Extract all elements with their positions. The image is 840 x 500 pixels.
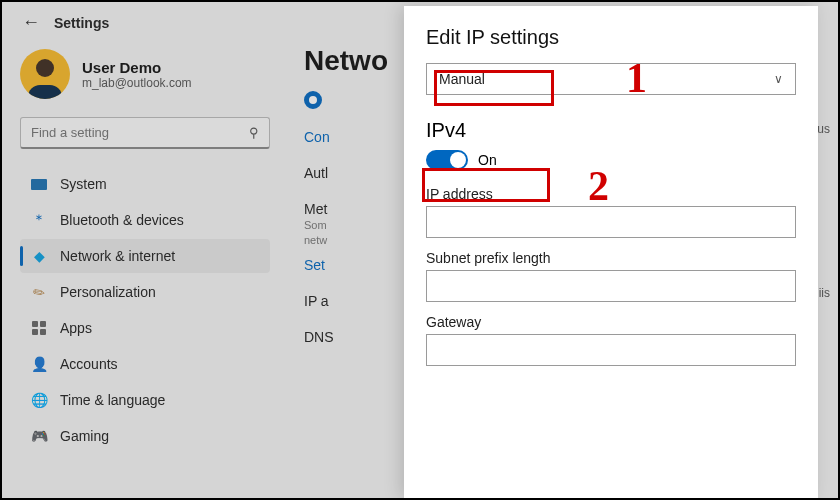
sidebar-item-label: Bluetooth & devices bbox=[60, 212, 184, 228]
sidebar-item-label: Network & internet bbox=[60, 248, 175, 264]
ipv4-section-title: IPv4 bbox=[426, 119, 796, 142]
back-arrow-icon[interactable]: ← bbox=[22, 12, 40, 33]
time-icon: 🌐 bbox=[30, 391, 48, 409]
chevron-down-icon: ∨ bbox=[774, 72, 783, 86]
bluetooth-icon: ＊ bbox=[30, 211, 48, 229]
dialog-title: Edit IP settings bbox=[426, 26, 796, 49]
sidebar-item-apps[interactable]: Apps bbox=[20, 311, 270, 345]
metered-hint: Som bbox=[304, 219, 344, 232]
subnet-prefix-label: Subnet prefix length bbox=[426, 250, 796, 266]
sidebar-item-label: Apps bbox=[60, 320, 92, 336]
sidebar-item-label: Personalization bbox=[60, 284, 156, 300]
system-icon bbox=[30, 175, 48, 193]
user-block[interactable]: User Demo m_lab@outlook.com bbox=[20, 49, 270, 99]
user-name: User Demo bbox=[82, 59, 192, 76]
sidebar-item-system[interactable]: System bbox=[20, 167, 270, 201]
radio-selected-icon bbox=[304, 91, 322, 109]
ipv4-toggle[interactable] bbox=[426, 150, 468, 170]
gateway-label: Gateway bbox=[426, 314, 796, 330]
sidebar: User Demo m_lab@outlook.com ⚲ System ＊ B… bbox=[2, 41, 282, 497]
gaming-icon: 🎮 bbox=[30, 427, 48, 445]
sidebar-item-time[interactable]: 🌐 Time & language bbox=[20, 383, 270, 417]
personalization-icon: ✎ bbox=[26, 279, 51, 304]
search-input[interactable] bbox=[31, 125, 225, 140]
header-title: Settings bbox=[54, 15, 109, 31]
sidebar-item-gaming[interactable]: 🎮 Gaming bbox=[20, 419, 270, 453]
sidebar-item-label: System bbox=[60, 176, 107, 192]
nav-list: System ＊ Bluetooth & devices ◆ Network &… bbox=[20, 167, 270, 453]
sidebar-item-network[interactable]: ◆ Network & internet bbox=[20, 239, 270, 273]
subnet-prefix-input[interactable] bbox=[426, 270, 796, 302]
gateway-input[interactable] bbox=[426, 334, 796, 366]
ipv4-toggle-state: On bbox=[478, 152, 497, 168]
sidebar-item-label: Accounts bbox=[60, 356, 118, 372]
sidebar-item-label: Time & language bbox=[60, 392, 165, 408]
search-input-wrap[interactable]: ⚲ bbox=[20, 117, 270, 149]
search-icon: ⚲ bbox=[249, 125, 259, 140]
edit-ip-settings-dialog: Edit IP settings Manual ∨ IPv4 On IP add… bbox=[404, 6, 818, 498]
sidebar-item-label: Gaming bbox=[60, 428, 109, 444]
ip-mode-selected-value: Manual bbox=[439, 71, 485, 87]
ip-address-label: IP address bbox=[426, 186, 796, 202]
avatar bbox=[20, 49, 70, 99]
user-email: m_lab@outlook.com bbox=[82, 76, 192, 90]
apps-icon bbox=[30, 319, 48, 337]
toggle-knob-icon bbox=[450, 152, 466, 168]
sidebar-item-accounts[interactable]: 👤 Accounts bbox=[20, 347, 270, 381]
truncated-text-right-2: iis bbox=[819, 286, 830, 300]
sidebar-item-personalization[interactable]: ✎ Personalization bbox=[20, 275, 270, 309]
accounts-icon: 👤 bbox=[30, 355, 48, 373]
sidebar-item-bluetooth[interactable]: ＊ Bluetooth & devices bbox=[20, 203, 270, 237]
ip-mode-select[interactable]: Manual ∨ bbox=[426, 63, 796, 95]
network-icon: ◆ bbox=[30, 247, 48, 265]
ip-address-input[interactable] bbox=[426, 206, 796, 238]
metered-hint2: netw bbox=[304, 234, 344, 247]
